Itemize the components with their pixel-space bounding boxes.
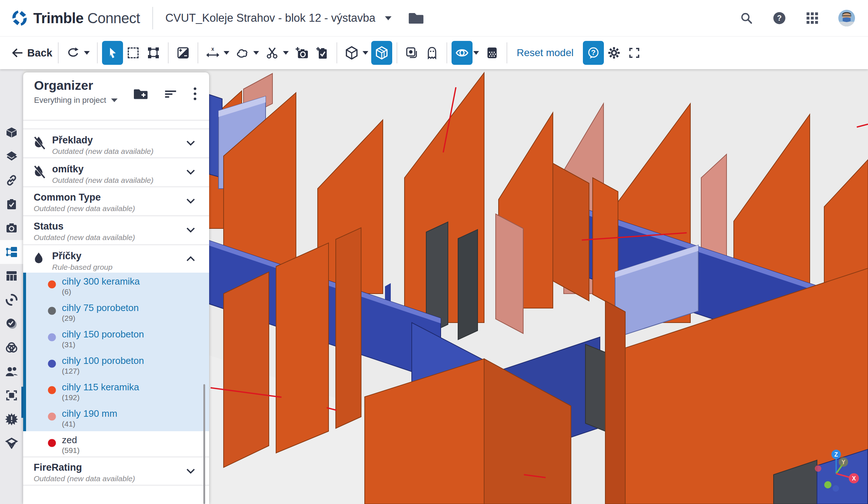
subgroup-label: cihly 300 keramika [62, 276, 140, 287]
sidebar-item-models[interactable] [0, 121, 23, 144]
subgroup-row[interactable]: cihly 75 porobeton(29) [26, 299, 209, 326]
gizmo-y-label[interactable]: Y [842, 459, 846, 465]
sidebar-item-tables[interactable] [0, 264, 23, 288]
chevron-down-icon[interactable] [185, 139, 196, 148]
brand[interactable]: Trimble Connect [11, 9, 140, 27]
back-button[interactable]: Back [10, 41, 54, 65]
category-color-dot [48, 412, 56, 421]
group-row-firerating[interactable]: FireRating Outdated (new data available) [23, 457, 209, 486]
lasso-tool-button[interactable] [232, 41, 253, 65]
organizer-scrollbar[interactable] [203, 384, 205, 504]
subgroup-row[interactable]: cihly 190 mm(41) [26, 405, 209, 431]
sidebar-item-views[interactable] [0, 216, 23, 240]
add-todo-button[interactable] [312, 41, 332, 65]
solid-view-button[interactable] [371, 41, 392, 65]
group-title: Common Type [34, 192, 209, 203]
subgroup-count: (127) [62, 366, 144, 375]
sort-icon[interactable] [164, 88, 177, 100]
transform-tool-button[interactable] [143, 41, 164, 65]
header-right-cluster: ? [740, 10, 855, 26]
subgroup-row[interactable]: cihly 150 porobeton(31) [26, 326, 209, 352]
view-cube-dropdown-caret[interactable] [363, 51, 368, 55]
project-dropdown-caret[interactable] [385, 16, 391, 20]
reset-model-button[interactable]: Reset model [517, 47, 573, 59]
gizmo-x-label[interactable]: X [852, 475, 856, 482]
ghost-mode-button[interactable] [422, 41, 442, 65]
subgroup-label: cihly 150 porobeton [62, 329, 144, 340]
fullscreen-button[interactable] [624, 41, 644, 65]
subgroup-count: (192) [62, 393, 139, 402]
view-presets-button[interactable] [402, 41, 422, 65]
group-title: FireRating [34, 462, 209, 473]
subgroup-row-zed[interactable]: zed(591) [23, 431, 209, 457]
chevron-down-icon[interactable] [185, 168, 196, 177]
chevron-down-icon[interactable] [185, 226, 196, 235]
group-status: Outdated (new data available) [34, 474, 209, 483]
measure-tool-button[interactable]: x [203, 41, 223, 65]
lasso-dropdown-caret[interactable] [253, 51, 259, 55]
apps-grid-icon[interactable] [806, 12, 819, 25]
sidebar-item-extension-approval[interactable] [0, 312, 23, 336]
kebab-menu-icon[interactable] [193, 87, 197, 101]
sidebar-item-trimble-apps[interactable] [0, 431, 23, 455]
marquee-icon [128, 47, 139, 58]
subgroup-row[interactable]: cihly 300 keramika(6) [26, 273, 209, 299]
group-hidden-icon [32, 135, 46, 151]
sidebar-item-todos[interactable] [0, 192, 23, 216]
sidebar-item-clash[interactable] [0, 407, 23, 431]
toolbar-separator [58, 42, 59, 63]
sidebar-item-team[interactable] [0, 360, 23, 383]
main-area: Y Z X [0, 69, 868, 504]
visibility-button[interactable] [452, 41, 473, 65]
group-row-pricky[interactable]: Příčky Rule-based group [23, 244, 209, 273]
help-icon[interactable]: ? [772, 11, 786, 25]
left-sidebar [0, 69, 23, 504]
clip-tool-button[interactable] [262, 41, 282, 65]
sidebar-item-organizer[interactable] [0, 240, 23, 264]
subgroup-count: (591) [62, 446, 80, 455]
back-label: Back [27, 47, 52, 59]
sidebar-item-focus[interactable] [0, 383, 23, 407]
invert-selection-button[interactable] [173, 41, 193, 65]
toolbar-separator [168, 42, 169, 63]
sidebar-item-links[interactable] [0, 168, 23, 192]
subgroup-row[interactable]: cihly 115 keramika(192) [26, 378, 209, 405]
view-cube-button[interactable] [342, 41, 362, 65]
subgroup-label: zed [62, 434, 80, 445]
measure-dropdown-caret[interactable] [224, 51, 229, 55]
group-row-status[interactable]: Status Outdated (new data available) [23, 215, 209, 244]
add-group-icon[interactable] [134, 88, 148, 100]
shortcut-keys-button[interactable] [482, 41, 502, 65]
subgroup-row[interactable]: cihly 100 porobeton(127) [26, 352, 209, 378]
search-icon[interactable] [740, 12, 753, 25]
sidebar-item-extension-rings[interactable] [0, 336, 23, 360]
gizmo-z-label[interactable]: Z [834, 452, 838, 458]
chevron-down-icon[interactable] [185, 467, 196, 476]
brand-text: Trimble Connect [33, 10, 140, 26]
user-avatar[interactable] [838, 10, 855, 26]
chevron-up-icon[interactable] [185, 255, 196, 264]
group-row-common-type[interactable]: Common Type Outdated (new data available… [23, 186, 209, 215]
project-title[interactable]: CVUT_Koleje Strahov - blok 12 - výstavba [165, 12, 376, 25]
marquee-select-button[interactable] [123, 41, 143, 65]
select-tool-button[interactable] [102, 41, 123, 65]
orbit-tool-button[interactable] [63, 41, 83, 65]
project-folder-icon[interactable] [408, 11, 424, 25]
settings-button[interactable] [604, 41, 624, 65]
group-title: omítky [52, 163, 153, 175]
group-title: Překlady [52, 134, 153, 146]
group-status: Outdated (new data available) [52, 147, 153, 156]
orbit-dropdown-caret[interactable] [84, 51, 90, 55]
sidebar-item-layers[interactable] [0, 144, 23, 168]
model-canvas[interactable]: Y Z X [209, 69, 868, 504]
visibility-dropdown-caret[interactable] [473, 51, 479, 55]
clip-dropdown-caret[interactable] [283, 51, 289, 55]
trimble-logo-icon [11, 9, 28, 27]
snapshot-button[interactable] [292, 41, 312, 65]
group-row-omitky[interactable]: omítky Outdated (new data available) [23, 158, 209, 186]
3d-viewport[interactable]: Y Z X [209, 69, 868, 504]
group-row-preklady[interactable]: Překlady Outdated (new data available) [23, 129, 209, 158]
chevron-down-icon[interactable] [185, 197, 196, 206]
sidebar-item-extension-spiral[interactable] [0, 288, 23, 312]
contextual-help-button[interactable]: ? [583, 41, 604, 65]
